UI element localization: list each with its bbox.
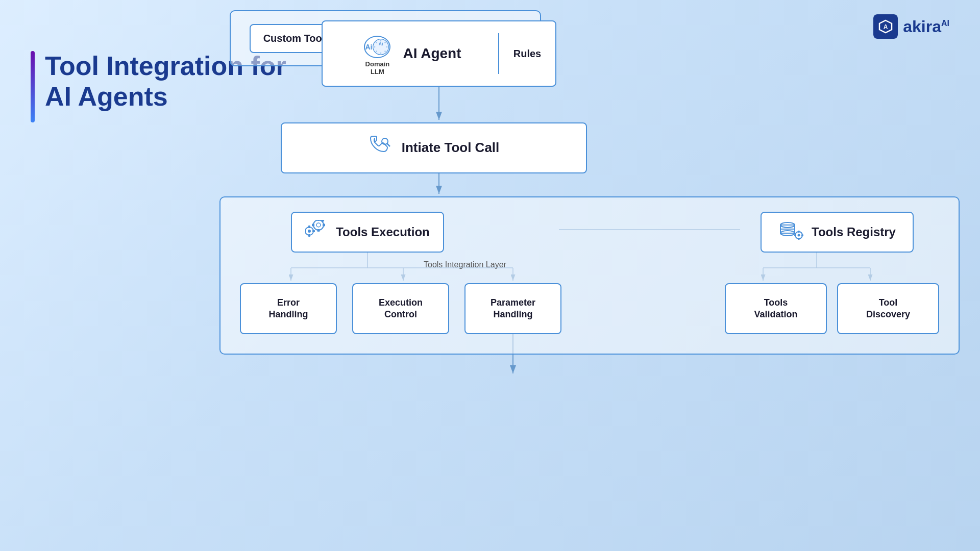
svg-point-19 [380, 40, 382, 42]
svg-point-24 [376, 51, 378, 52]
initiate-tool-call-label: Intiate Tool Call [402, 139, 500, 157]
tools-validation-box: ToolsValidation [725, 283, 827, 334]
svg-rect-37 [317, 229, 320, 232]
domain-llm-icon: Ai Domain LLM [359, 36, 395, 71]
svg-point-29 [308, 230, 311, 233]
svg-rect-50 [801, 234, 803, 236]
ai-circle-icon: Ai [364, 36, 390, 58]
error-handling-label: ErrorHandling [269, 297, 308, 321]
svg-rect-33 [312, 230, 315, 232]
svg-text:Ai: Ai [379, 41, 383, 46]
svg-rect-31 [308, 234, 310, 237]
tools-registry-box: Tools Registry [761, 212, 914, 253]
svg-rect-38 [312, 223, 314, 226]
svg-point-23 [380, 53, 382, 54]
svg-rect-48 [798, 238, 800, 240]
initiate-tool-call-box: Intiate Tool Call [281, 122, 587, 173]
execution-control-label: ExecutionControl [379, 297, 423, 321]
tools-registry-label: Tools Registry [812, 224, 896, 240]
parameter-handling-label: ParameterHandling [491, 297, 535, 321]
svg-point-25 [374, 46, 376, 48]
tool-discovery-label: ToolDiscovery [866, 297, 910, 321]
tools-execution-box: Tools Execution [291, 212, 444, 253]
svg-point-22 [385, 51, 386, 52]
integration-layer-label: Tools Integration Layer [424, 260, 506, 269]
error-handling-box: ErrorHandling [240, 283, 337, 334]
svg-rect-32 [305, 230, 306, 232]
rules-section: Rules [499, 48, 555, 60]
svg-rect-49 [794, 234, 796, 236]
svg-point-21 [386, 46, 388, 48]
svg-line-27 [387, 143, 390, 146]
ai-agent-main: Ai Domain LLM AI Agent [323, 31, 498, 77]
phone-icon [369, 134, 391, 162]
svg-rect-30 [308, 226, 310, 228]
tools-registry-icon [778, 220, 804, 245]
tool-discovery-box: ToolDiscovery [837, 283, 939, 334]
svg-point-18 [376, 42, 378, 43]
domain-llm-label: Domain LLM [359, 60, 395, 76]
tools-execution-label: Tools Execution [336, 224, 430, 240]
ai-agent-box: Ai Domain LLM AI Agent Rules [322, 20, 556, 87]
title-bar [31, 51, 35, 122]
diagram-area: Ai Domain LLM AI Agent Rules [230, 10, 949, 541]
svg-rect-39 [323, 223, 325, 226]
svg-rect-47 [798, 231, 800, 233]
svg-rect-36 [317, 220, 320, 221]
tools-execution-icon [305, 220, 328, 245]
svg-point-46 [798, 234, 800, 236]
svg-rect-40 [321, 220, 325, 222]
parameter-handling-box: ParameterHandling [464, 283, 561, 334]
ai-agent-title: AI Agent [403, 45, 461, 62]
execution-control-box: ExecutionControl [352, 283, 449, 334]
tools-validation-label: ToolsValidation [754, 297, 797, 321]
svg-point-20 [385, 42, 386, 43]
svg-point-35 [316, 223, 321, 227]
